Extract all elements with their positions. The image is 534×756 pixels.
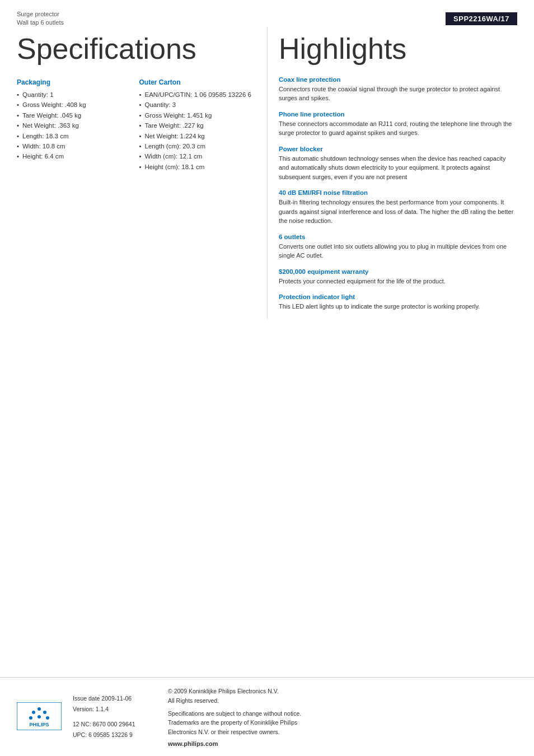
header-left: Surge protector Wall tap 6 outlets xyxy=(17,10,446,27)
list-item: Width: 10.8 cm xyxy=(17,141,134,151)
highlights-column: Highlights Coax line protectionConnector… xyxy=(267,27,517,319)
footer-meta: Issue date 2009-11-06 Version: 1.1.4 12 … xyxy=(73,694,157,739)
specifications-title: Specifications xyxy=(17,33,256,65)
list-item: Quantity: 1 xyxy=(17,90,134,100)
highlight-item: $200,000 equipment warrantyProtects your… xyxy=(279,268,517,286)
svg-point-6 xyxy=(46,716,49,720)
svg-point-2 xyxy=(32,711,35,714)
list-item: Length: 18.3 cm xyxy=(17,131,134,141)
list-item: Tare Weight: .227 kg xyxy=(139,120,256,130)
highlight-item: Coax line protectionConnectors route the… xyxy=(279,76,517,103)
highlight-item-title: Phone line protection xyxy=(279,111,517,118)
list-item: Net Weight: .363 kg xyxy=(17,120,134,130)
highlight-item-title: 40 dB EMI/RFI noise filtration xyxy=(279,189,517,196)
product-category: Surge protector Wall tap 6 outlets xyxy=(17,10,446,27)
copyright-text: © 2009 Koninklijke Philips Electronics N… xyxy=(168,687,517,706)
highlight-item: 6 outletsConverts one outlet into six ou… xyxy=(279,234,517,260)
highlight-item-desc: This LED alert lights up to indicate the… xyxy=(279,302,517,311)
version: Version: 1.1.4 xyxy=(73,704,157,714)
website-url[interactable]: www.philips.com xyxy=(168,740,517,747)
outer-carton-label: Outer Carton xyxy=(139,78,256,86)
highlight-item-desc: Protects your connected equipment for th… xyxy=(279,277,517,286)
copyright: © 2009 Koninklijke Philips Electronics N… xyxy=(168,688,279,704)
category-line2: Wall tap 6 outlets xyxy=(17,19,64,26)
list-item: Quantity: 3 xyxy=(139,100,256,110)
list-item: Height (cm): 18.1 cm xyxy=(139,162,256,172)
list-item: Gross Weight: .408 kg xyxy=(17,100,134,110)
highlight-item-title: Power blocker xyxy=(279,146,517,152)
highlight-item: Phone line protectionThese connectors ac… xyxy=(279,111,517,138)
page: Surge protector Wall tap 6 outlets SPP22… xyxy=(0,0,534,756)
specifications-column: Specifications Packaging Quantity: 1Gros… xyxy=(17,27,267,319)
issue-date: Issue date 2009-11-06 xyxy=(73,694,157,703)
model-badge: SPP2216WA/17 xyxy=(446,12,517,25)
svg-text:PHILIPS: PHILIPS xyxy=(29,722,49,727)
specs-columns: Packaging Quantity: 1Gross Weight: .408 … xyxy=(17,78,256,172)
highlight-item-title: $200,000 equipment warranty xyxy=(279,268,517,275)
highlight-item-desc: Connectors route the coaxial signal thro… xyxy=(279,85,517,103)
svg-point-4 xyxy=(29,716,32,720)
outer-carton-list: EAN/UPC/GTIN: 1 06 09585 13226 6Quantity… xyxy=(139,90,256,172)
list-item: Width (cm): 12.1 cm xyxy=(139,151,256,161)
highlight-item-desc: Converts one outlet into six outlets all… xyxy=(279,242,517,260)
highlights-title: Highlights xyxy=(279,33,517,65)
philips-logo: PHILIPS xyxy=(17,702,62,732)
highlight-item-title: Protection indicator light xyxy=(279,293,517,300)
highlights-container: Coax line protectionConnectors route the… xyxy=(279,76,517,311)
list-item: Gross Weight: 1.451 kg xyxy=(139,110,256,120)
footer: PHILIPS Issue date 2009-11-06 Version: 1… xyxy=(0,677,534,756)
packaging-section: Packaging Quantity: 1Gross Weight: .408 … xyxy=(17,78,134,172)
legal-text: Specifications are subject to change wit… xyxy=(168,709,517,737)
list-item: Length (cm): 20.3 cm xyxy=(139,141,256,151)
highlight-item-title: 6 outlets xyxy=(279,234,517,240)
highlight-item: Power blockerThis automatic shutdown tec… xyxy=(279,146,517,182)
highlight-item-desc: These connectors accommodate an RJ11 cor… xyxy=(279,119,517,138)
svg-point-1 xyxy=(38,707,41,711)
svg-point-5 xyxy=(38,715,41,718)
list-item: Tare Weight: .045 kg xyxy=(17,110,134,120)
highlight-item-title: Coax line protection xyxy=(279,76,517,83)
packaging-label: Packaging xyxy=(17,78,134,86)
upc-code: UPC: 6 09585 13226 9 xyxy=(73,730,157,740)
svg-point-3 xyxy=(43,711,46,714)
highlight-item-desc: Built-in filtering technology ensures th… xyxy=(279,198,517,226)
packaging-list: Quantity: 1Gross Weight: .408 kgTare Wei… xyxy=(17,90,134,162)
list-item: Height: 6.4 cm xyxy=(17,151,134,161)
main-content: Specifications Packaging Quantity: 1Gros… xyxy=(0,27,534,319)
outer-carton-section: Outer Carton EAN/UPC/GTIN: 1 06 09585 13… xyxy=(139,78,256,172)
nc-code: 12 NC: 8670 000 29641 xyxy=(73,720,157,729)
footer-right: © 2009 Koninklijke Philips Electronics N… xyxy=(168,687,517,747)
header-right: SPP2216WA/17 xyxy=(446,10,517,27)
highlight-item: 40 dB EMI/RFI noise filtrationBuilt-in f… xyxy=(279,189,517,226)
category-line1: Surge protector xyxy=(17,11,59,17)
highlight-item: Protection indicator lightThis LED alert… xyxy=(279,293,517,311)
header: Surge protector Wall tap 6 outlets SPP22… xyxy=(0,0,534,27)
list-item: EAN/UPC/GTIN: 1 06 09585 13226 6 xyxy=(139,90,256,100)
legal: Specifications are subject to change wit… xyxy=(168,710,301,736)
highlight-item-desc: This automatic shutdown technology sense… xyxy=(279,154,517,182)
list-item: Net Weight: 1.224 kg xyxy=(139,131,256,141)
